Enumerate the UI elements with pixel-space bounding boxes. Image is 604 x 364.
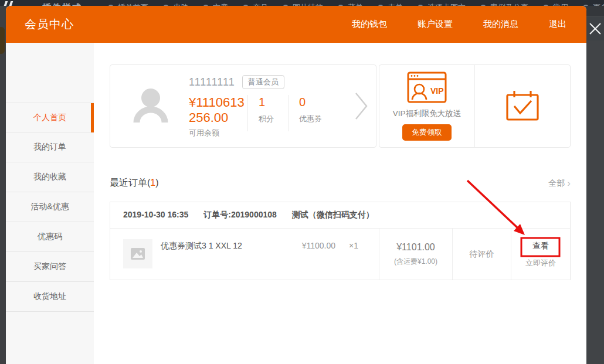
nav-logout[interactable]: 退出 — [549, 19, 566, 30]
calendar-check-icon — [505, 90, 539, 123]
sidebar: 个人首页 我的订单 我的收藏 活动&优惠 优惠码 买家问答 收货地址 — [6, 43, 94, 364]
order-header: 2019-10-30 16:35 订单号:2019000108 测试（微信扫码支… — [110, 202, 570, 229]
chevron-right-icon[interactable] — [354, 91, 369, 121]
modal-header: 会员中心 我的钱包 账户设置 我的消息 退出 — [6, 6, 586, 43]
order-total: ¥1101.00 — [396, 242, 435, 253]
order-datetime: 2019-10-30 16:35 — [123, 210, 188, 220]
view-all-link[interactable]: 全部 › — [548, 178, 571, 189]
background-topbar: 插件样式 插件首页 皮肤 文章 产品 图片特效 菜单 表单 选项卡图文 案例及分… — [0, 0, 604, 6]
sidebar-item-my-favorites[interactable]: 我的收藏 — [6, 162, 94, 192]
recent-orders-title: 最近订单(1) — [110, 177, 159, 189]
balance-value: ¥1110613256.00 — [189, 95, 247, 125]
vip-panel: VIP VIP福利限免大放送 免费领取 — [379, 64, 571, 148]
order-card: 2019-10-30 16:35 订单号:2019000108 测试（微信扫码支… — [110, 202, 571, 280]
close-icon — [588, 22, 602, 36]
page-title: 会员中心 — [25, 16, 74, 32]
sidebar-item-coupon-code[interactable]: 优惠码 — [6, 222, 94, 252]
background-logo — [1, 1, 16, 6]
member-level-badge: 普通会员 — [242, 75, 284, 89]
header-nav: 我的钱包 账户设置 我的消息 退出 — [352, 19, 566, 30]
product-quantity: ×1 — [335, 239, 372, 250]
main-content: 11111111 普通会员 ¥1110613256.00 可用余额 1 积分 — [94, 43, 586, 364]
points-label: 积分 — [259, 114, 274, 124]
balance-label: 可用余额 — [189, 128, 247, 138]
sidebar-item-shipping-address[interactable]: 收货地址 — [6, 282, 94, 312]
nav-my-messages[interactable]: 我的消息 — [483, 19, 518, 30]
coupons-value: 0 — [299, 95, 322, 109]
nav-my-wallet[interactable]: 我的钱包 — [352, 19, 387, 30]
order-status-cell: 待评价 — [452, 229, 511, 280]
view-order-button[interactable]: 查看 — [532, 240, 549, 251]
username: 11111111 — [189, 76, 235, 89]
sidebar-item-my-orders[interactable]: 我的订单 — [6, 132, 94, 162]
modal-close-button[interactable] — [586, 17, 604, 40]
avatar — [131, 85, 170, 127]
balance-block: ¥1110613256.00 可用余额 — [189, 95, 247, 138]
review-now-button[interactable]: 立即评价 — [525, 258, 556, 268]
order-number: 订单号:2019000108 — [203, 210, 277, 220]
chevron-right-icon: › — [567, 178, 571, 188]
sidebar-item-activities-offers[interactable]: 活动&优惠 — [6, 192, 94, 222]
image-placeholder-icon — [130, 247, 145, 260]
vip-browser-icon: VIP — [407, 72, 447, 103]
product-thumbnail[interactable] — [123, 239, 152, 268]
user-info-panel[interactable]: 11111111 普通会员 ¥1110613256.00 可用余额 1 积分 — [110, 64, 376, 148]
coupons-block: 0 优惠券 — [288, 95, 336, 131]
points-value: 1 — [259, 95, 274, 109]
background-right-strip — [586, 6, 604, 364]
member-center-modal: 会员中心 我的钱包 账户设置 我的消息 退出 个人首页 我的订单 我的收藏 活动… — [6, 6, 586, 364]
status-badge: 待评价 — [470, 249, 494, 260]
vip-benefit-title: VIP福利限免大放送 — [393, 108, 461, 119]
signin-block[interactable] — [475, 65, 570, 147]
vip-benefit-block: VIP VIP福利限免大放送 免费领取 — [379, 65, 475, 147]
points-block: 1 积分 — [247, 95, 288, 131]
product-price: ¥1100.00 — [289, 239, 335, 250]
order-payment-method: 测试（微信扫码支付） — [292, 210, 374, 220]
background-left-blob — [0, 27, 5, 54]
nav-account-settings[interactable]: 账户设置 — [418, 19, 453, 30]
order-total-cell: ¥1101.00 (含运费¥1.00) — [379, 229, 452, 280]
product-name[interactable]: 优惠券测试3 1 XXL 12 — [161, 239, 289, 251]
free-claim-button[interactable]: 免费领取 — [402, 124, 452, 141]
order-product-cell: 优惠券测试3 1 XXL 12 ¥1100.00 ×1 — [110, 229, 379, 280]
sidebar-item-buyer-qa[interactable]: 买家问答 — [6, 252, 94, 282]
background-left-strip — [0, 6, 6, 364]
order-actions-cell: 查看 立即评价 — [511, 229, 570, 280]
order-count: 1 — [150, 178, 155, 188]
svg-text:VIP: VIP — [430, 86, 444, 96]
order-row: 优惠券测试3 1 XXL 12 ¥1100.00 ×1 ¥1101.00 (含运… — [110, 229, 570, 280]
coupons-label: 优惠券 — [299, 114, 322, 124]
sidebar-item-personal-home[interactable]: 个人首页 — [6, 103, 94, 132]
shipping-note: (含运费¥1.00) — [394, 257, 437, 267]
background-right-band — [586, 6, 604, 16]
